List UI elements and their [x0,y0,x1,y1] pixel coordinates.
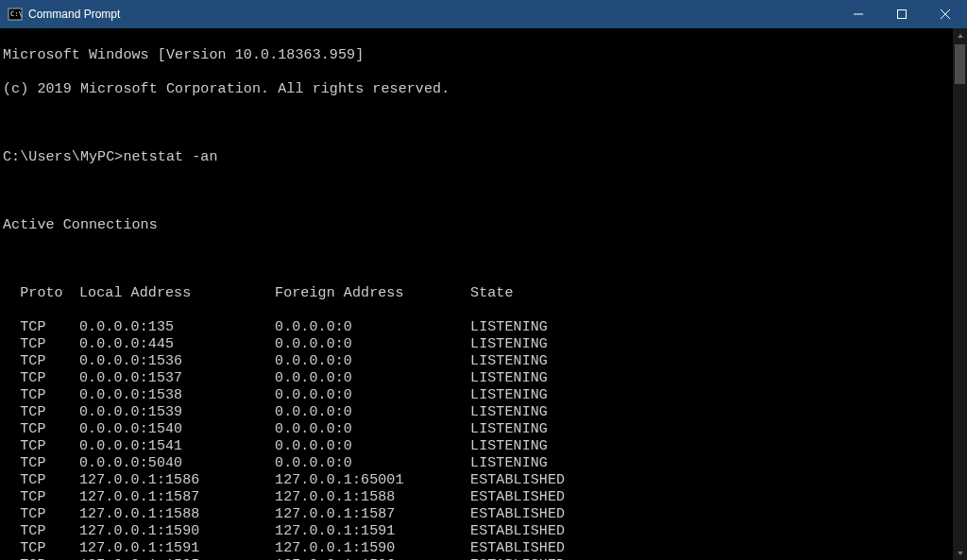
cell-state: ESTABLISHED [470,523,565,539]
window-controls [837,0,967,28]
minimize-icon [854,9,863,19]
col-local: Local Address [79,285,275,302]
cell-foreign-address: 0.0.0.0:0 [275,404,470,421]
cell-proto: TCP [3,319,79,336]
cell-local-address: 0.0.0.0:1539 [79,404,275,421]
connection-row: TCP0.0.0.0:15410.0.0.0:0LISTENING [3,438,953,455]
connection-row: TCP0.0.0.0:15390.0.0.0:0LISTENING [3,404,953,421]
cell-state: ESTABLISHED [470,506,565,522]
svg-marker-6 [958,34,963,38]
cell-state: LISTENING [470,336,548,352]
maximize-icon [897,9,907,19]
svg-rect-3 [898,10,907,19]
cell-foreign-address: 127.0.0.1:1591 [275,523,470,540]
cell-proto: TCP [3,489,79,506]
col-state: State [470,285,514,301]
cell-foreign-address: 0.0.0.0:0 [275,353,470,370]
prompt-line: C:\Users\MyPC>netstat -an [3,149,953,166]
cell-local-address: 127.0.0.1:1588 [79,506,275,523]
scrollbar-thumb[interactable] [955,44,965,84]
cell-foreign-address: 127.0.0.1:65001 [275,472,470,489]
cell-proto: TCP [3,404,79,421]
cell-foreign-address: 0.0.0.0:0 [275,370,470,387]
connection-row: TCP0.0.0.0:50400.0.0.0:0LISTENING [3,455,953,472]
cell-state: LISTENING [470,387,548,403]
connection-row: TCP127.0.0.1:1587127.0.0.1:1588ESTABLISH… [3,489,953,506]
cell-proto: TCP [3,523,79,540]
scroll-up-button[interactable] [953,28,967,42]
cell-local-address: 0.0.0.0:445 [79,336,275,353]
cell-proto: TCP [3,353,79,370]
chevron-up-icon [957,32,964,40]
cell-state: LISTENING [470,404,548,420]
cell-local-address: 0.0.0.0:5040 [79,455,275,472]
chevron-down-icon [957,550,964,557]
connection-row: TCP0.0.0.0:15360.0.0.0:0LISTENING [3,353,953,370]
cell-local-address: 127.0.0.1:1586 [79,472,275,489]
cell-foreign-address: 0.0.0.0:0 [275,438,470,455]
connection-row: TCP0.0.0.0:15400.0.0.0:0LISTENING [3,421,953,438]
cell-proto: TCP [3,370,79,387]
cell-state: LISTENING [470,319,548,335]
cell-local-address: 127.0.0.1:1590 [79,523,275,540]
cell-foreign-address: 127.0.0.1:1588 [275,489,470,506]
maximize-button[interactable] [880,0,924,28]
cell-proto: TCP [3,438,79,455]
connection-row: TCP127.0.0.1:1586127.0.0.1:65001ESTABLIS… [3,472,953,489]
cell-local-address: 0.0.0.0:1538 [79,387,275,404]
cell-state: ESTABLISHED [470,540,565,556]
cell-proto: TCP [3,472,79,489]
minimize-button[interactable] [837,0,880,28]
cell-foreign-address: 0.0.0.0:0 [275,387,470,404]
svg-marker-7 [958,552,963,555]
terminal-area: Microsoft Windows [Version 10.0.18363.95… [0,28,967,560]
cell-local-address: 127.0.0.1:1587 [79,489,275,506]
cell-proto: TCP [3,421,79,438]
connection-row: TCP127.0.0.1:1588127.0.0.1:1587ESTABLISH… [3,506,953,523]
cell-local-address: 0.0.0.0:1541 [79,438,275,455]
cell-foreign-address: 0.0.0.0:0 [275,421,470,438]
connection-row: TCP0.0.0.0:1350.0.0.0:0LISTENING [3,319,953,336]
svg-text:C:\: C:\ [10,10,23,18]
blank-line [3,183,953,200]
connection-row: TCP127.0.0.1:1591127.0.0.1:1590ESTABLISH… [3,540,953,557]
cell-local-address: 127.0.0.1:1591 [79,540,275,557]
vertical-scrollbar[interactable] [953,28,967,560]
app-icon: C:\ [8,7,23,22]
cell-state: ESTABLISHED [470,489,565,505]
copyright-line: (c) 2019 Microsoft Corporation. All righ… [3,81,953,98]
close-button[interactable] [924,0,967,28]
window-titlebar: C:\ Command Prompt [0,0,967,28]
cell-proto: TCP [3,455,79,472]
cell-foreign-address: 0.0.0.0:0 [275,455,470,472]
cell-state: LISTENING [470,421,548,437]
cell-state: ESTABLISHED [470,472,565,488]
cell-foreign-address: 0.0.0.0:0 [275,319,470,336]
blank-line [3,251,953,268]
blank-line [3,115,953,132]
cell-state: LISTENING [470,455,548,471]
col-foreign: Foreign Address [275,285,470,302]
cell-proto: TCP [3,540,79,557]
cell-proto: TCP [3,506,79,523]
cell-foreign-address: 127.0.0.1:1587 [275,506,470,523]
scroll-down-button[interactable] [953,546,967,560]
col-proto: Proto [3,285,79,302]
cell-foreign-address: 127.0.0.1:1590 [275,540,470,557]
cell-local-address: 0.0.0.0:135 [79,319,275,336]
cell-state: LISTENING [470,438,548,454]
cell-state: LISTENING [470,370,548,386]
cell-proto: TCP [3,387,79,404]
cell-local-address: 0.0.0.0:1540 [79,421,275,438]
window-title: Command Prompt [28,8,837,21]
columns-header: ProtoLocal AddressForeign AddressState [3,285,953,302]
version-line: Microsoft Windows [Version 10.0.18363.95… [3,47,953,64]
connection-row: TCP0.0.0.0:4450.0.0.0:0LISTENING [3,336,953,353]
connection-row: TCP0.0.0.0:15370.0.0.0:0LISTENING [3,370,953,387]
connection-row: TCP127.0.0.1:1590127.0.0.1:1591ESTABLISH… [3,523,953,540]
close-icon [941,9,950,19]
connection-row: TCP0.0.0.0:15380.0.0.0:0LISTENING [3,387,953,404]
terminal-output[interactable]: Microsoft Windows [Version 10.0.18363.95… [0,28,953,560]
cell-state: LISTENING [470,353,548,369]
active-connections-header: Active Connections [3,217,953,234]
